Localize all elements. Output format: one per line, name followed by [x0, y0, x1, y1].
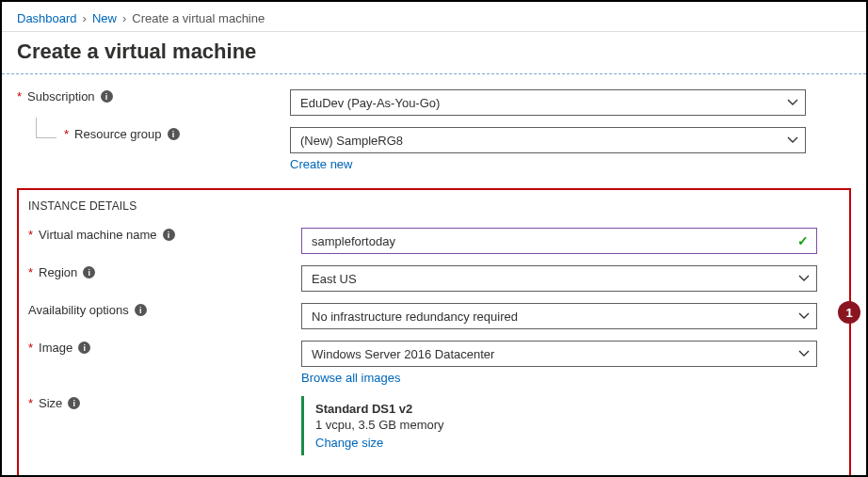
create-new-link[interactable]: Create new — [290, 153, 352, 171]
subscription-select[interactable]: EduDev (Pay-As-You-Go) — [290, 89, 806, 116]
region-select[interactable]: East US — [301, 265, 817, 292]
availability-label: Availability options — [28, 303, 129, 317]
browse-images-link[interactable]: Browse all images — [301, 367, 401, 385]
checkmark-icon: ✓ — [797, 233, 809, 248]
chevron-down-icon — [797, 272, 811, 285]
required-asterisk: * — [28, 341, 33, 355]
chevron-down-icon — [786, 96, 799, 109]
annotation-callout-1: 1 — [838, 301, 860, 324]
page-title: Create a virtual machine — [17, 32, 851, 73]
region-label: Region — [39, 265, 77, 279]
row-subscription: * Subscription i EduDev (Pay-As-You-Go) — [17, 84, 851, 121]
subscription-label: Subscription — [27, 89, 95, 103]
info-icon[interactable]: i — [83, 266, 95, 278]
chevron-down-icon — [797, 310, 811, 323]
row-region: * Region i East US — [28, 260, 840, 297]
breadcrumb: Dashboard › New › Create a virtual machi… — [17, 9, 851, 31]
vm-name-value: samplefortoday — [312, 234, 395, 248]
breadcrumb-dashboard[interactable]: Dashboard — [17, 11, 77, 25]
row-availability: Availability options i No infrastructure… — [28, 297, 840, 335]
vm-name-input[interactable]: samplefortoday ✓ — [301, 228, 817, 254]
breadcrumb-new[interactable]: New — [92, 11, 117, 25]
size-desc: 1 vcpu, 3.5 GB memory — [315, 416, 817, 432]
info-icon[interactable]: i — [68, 397, 80, 409]
availability-value: No infrastructure redundancy required — [312, 310, 518, 324]
image-label: Image — [39, 341, 72, 355]
chevron-right-icon: › — [83, 11, 87, 25]
required-asterisk: * — [17, 89, 22, 103]
resource-group-select[interactable]: (New) SampleRG8 — [290, 127, 806, 153]
size-label: Size — [39, 396, 62, 410]
change-size-link[interactable]: Change size — [315, 432, 383, 450]
required-asterisk: * — [28, 265, 33, 279]
region-value: East US — [312, 272, 357, 286]
size-display: Standard DS1 v2 1 vcpu, 3.5 GB memory Ch… — [301, 396, 817, 455]
info-icon[interactable]: i — [101, 90, 113, 103]
chevron-right-icon: › — [122, 11, 126, 25]
size-name: Standard DS1 v2 — [315, 402, 817, 416]
availability-select[interactable]: No infrastructure redundancy required — [301, 303, 817, 329]
row-resource-group: * Resource group i (New) SampleRG8 Creat… — [17, 121, 851, 177]
vm-name-label: Virtual machine name — [39, 228, 157, 242]
breadcrumb-current: Create a virtual machine — [132, 11, 265, 25]
info-icon[interactable]: i — [168, 128, 180, 140]
instance-details-heading: INSTANCE DETAILS — [28, 199, 840, 222]
required-asterisk: * — [28, 396, 33, 410]
row-vm-name: * Virtual machine name i samplefortoday … — [28, 222, 840, 260]
resource-group-label: Resource group — [74, 127, 162, 141]
required-asterisk: * — [64, 127, 69, 141]
image-value: Windows Server 2016 Datacenter — [312, 347, 494, 361]
elbow-connector — [36, 118, 56, 138]
resource-group-value: (New) SampleRG8 — [300, 134, 403, 148]
info-icon[interactable]: i — [135, 304, 147, 316]
chevron-down-icon — [797, 347, 811, 360]
info-icon[interactable]: i — [78, 342, 90, 354]
row-size: * Size i Standard DS1 v2 1 vcpu, 3.5 GB … — [28, 390, 840, 461]
row-image: * Image i Windows Server 2016 Datacenter… — [28, 335, 840, 390]
subscription-value: EduDev (Pay-As-You-Go) — [300, 96, 440, 110]
image-select[interactable]: Windows Server 2016 Datacenter — [301, 341, 817, 367]
chevron-down-icon — [786, 134, 799, 147]
info-icon[interactable]: i — [163, 229, 175, 241]
required-asterisk: * — [28, 228, 33, 242]
instance-details-section: INSTANCE DETAILS * Virtual machine name … — [17, 188, 851, 477]
